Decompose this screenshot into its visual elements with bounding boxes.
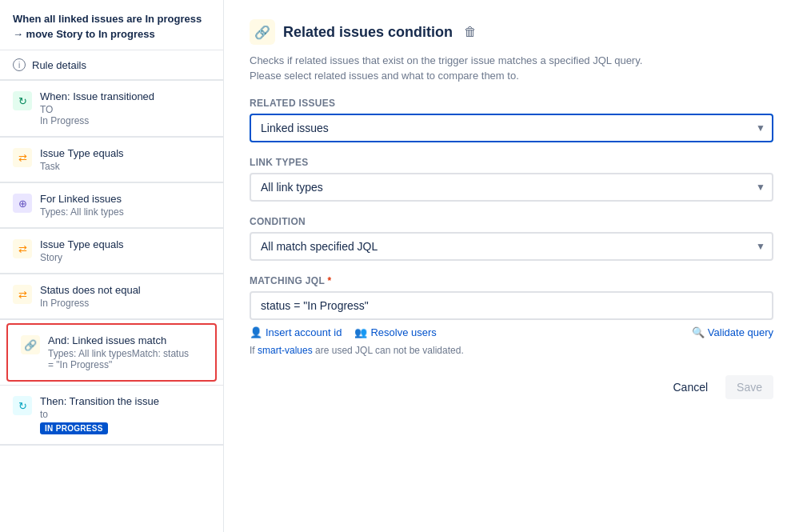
workflow-item-status-does-not-equal[interactable]: ⇄ Status does not equal In Progress bbox=[0, 274, 223, 319]
item-subtitle: Types: All link typesMatch: status= "In … bbox=[48, 348, 202, 370]
right-panel: 🔗 Related issues condition 🗑 Checks if r… bbox=[224, 0, 799, 532]
item-title: Issue Type equals bbox=[40, 147, 210, 159]
search-icon: 🔍 bbox=[692, 326, 705, 338]
item-title: For Linked issues bbox=[40, 193, 210, 205]
related-issues-select-wrapper: Linked issues All sub-tasks Parent issue… bbox=[250, 114, 773, 142]
link-types-select[interactable]: All link types Blocks Clones Duplicates … bbox=[250, 173, 773, 202]
item-subtitle: Story bbox=[40, 252, 210, 263]
item-content: When: Issue transitioned TOIn Progress bbox=[40, 90, 210, 126]
related-issues-group: Related issues Linked issues All sub-tas… bbox=[250, 98, 773, 142]
item-title: Status does not equal bbox=[40, 284, 210, 296]
panel-icon: 🔗 bbox=[250, 19, 275, 45]
item-title: When: Issue transitioned bbox=[40, 90, 210, 102]
item-icon: ⇄ bbox=[13, 148, 32, 167]
item-title: And: Linked issues match bbox=[48, 334, 202, 346]
workflow-list: ↻ When: Issue transitioned TOIn Progress… bbox=[0, 81, 223, 446]
related-issues-select[interactable]: Linked issues All sub-tasks Parent issue… bbox=[250, 114, 773, 142]
matching-jql-label: Matching JQL bbox=[250, 275, 773, 286]
workflow-item-then-transition[interactable]: ↻ Then: Transition the issue toIN PROGRE… bbox=[0, 386, 223, 445]
panel-title: Related issues condition bbox=[283, 24, 453, 41]
insert-account-id-link[interactable]: 👤 Insert account id bbox=[250, 326, 342, 338]
info-icon: i bbox=[13, 58, 26, 71]
item-content: For Linked issues Types: All link types bbox=[40, 193, 210, 218]
left-panel: When all linked issues are In progress →… bbox=[0, 0, 224, 532]
resolve-users-link[interactable]: 👥 Resolve users bbox=[354, 326, 436, 338]
resolve-users-label: Resolve users bbox=[370, 326, 436, 338]
item-content: Then: Transition the issue toIN PROGRESS bbox=[40, 395, 210, 434]
item-subtitle: TOIn Progress bbox=[40, 104, 210, 126]
item-subtitle: In Progress bbox=[40, 298, 210, 309]
condition-group: Condition All match specified JQL At lea… bbox=[250, 216, 773, 261]
form-actions: Cancel Save bbox=[250, 375, 773, 399]
item-content: Issue Type equals Story bbox=[40, 238, 210, 263]
condition-select[interactable]: All match specified JQL At least one mat… bbox=[250, 232, 773, 261]
left-header-title: When all linked issues are In progress bbox=[13, 13, 210, 25]
jql-actions: 👤 Insert account id 👥 Resolve users 🔍 Va… bbox=[250, 326, 773, 338]
item-subtitle: Task bbox=[40, 161, 210, 172]
item-icon: ⊕ bbox=[13, 194, 32, 213]
item-subtitle: toIN PROGRESS bbox=[40, 409, 210, 434]
condition-label: Condition bbox=[250, 216, 773, 227]
link-types-select-wrapper: All link types Blocks Clones Duplicates … bbox=[250, 173, 773, 202]
item-icon: ↻ bbox=[13, 396, 32, 415]
delete-icon[interactable]: 🗑 bbox=[464, 25, 477, 39]
workflow-item-for-linked-issues[interactable]: ⊕ For Linked issues Types: All link type… bbox=[0, 183, 223, 228]
insert-account-id-label: Insert account id bbox=[266, 326, 342, 338]
person-icon: 👤 bbox=[250, 326, 262, 338]
smart-values-note: If smart-values are used JQL can not be … bbox=[250, 345, 773, 356]
link-types-label: Link types bbox=[250, 157, 773, 168]
panel-description2: Please select related issues and what to… bbox=[250, 70, 773, 82]
link-types-group: Link types All link types Blocks Clones … bbox=[250, 157, 773, 202]
panel-header: 🔗 Related issues condition 🗑 bbox=[250, 19, 773, 45]
item-icon: ⇄ bbox=[13, 239, 32, 258]
matching-jql-group: Matching JQL 👤 Insert account id 👥 Resol… bbox=[250, 275, 773, 356]
users-icon: 👥 bbox=[354, 326, 367, 338]
item-icon: ↻ bbox=[13, 91, 32, 110]
item-title: Then: Transition the issue bbox=[40, 395, 210, 407]
item-content: Issue Type equals Task bbox=[40, 147, 210, 172]
item-icon: ⇄ bbox=[13, 285, 32, 304]
left-header: When all linked issues are In progress →… bbox=[0, 0, 223, 50]
condition-select-wrapper: All match specified JQL At least one mat… bbox=[250, 232, 773, 261]
validate-query-label: Validate query bbox=[708, 326, 773, 338]
save-button[interactable]: Save bbox=[725, 375, 773, 399]
rule-details-label: Rule details bbox=[32, 59, 86, 71]
left-header-subtitle: → move Story to In progress bbox=[13, 28, 210, 40]
cancel-button[interactable]: Cancel bbox=[661, 375, 719, 399]
item-icon: 🔗 bbox=[21, 335, 40, 354]
workflow-item-and-linked-issues-match[interactable]: 🔗 And: Linked issues match Types: All li… bbox=[6, 323, 217, 382]
rule-details-row[interactable]: i Rule details bbox=[0, 50, 223, 80]
item-content: And: Linked issues match Types: All link… bbox=[48, 334, 202, 370]
smart-values-link[interactable]: smart-values bbox=[258, 345, 313, 356]
validate-query-link[interactable]: 🔍 Validate query bbox=[692, 326, 773, 338]
panel-description1: Checks if related issues that exist on t… bbox=[250, 54, 773, 66]
workflow-item-when-issue-transitioned[interactable]: ↻ When: Issue transitioned TOIn Progress bbox=[0, 81, 223, 137]
workflow-item-issue-type-equals-task[interactable]: ⇄ Issue Type equals Task bbox=[0, 138, 223, 182]
matching-jql-input[interactable] bbox=[250, 291, 773, 320]
item-content: Status does not equal In Progress bbox=[40, 284, 210, 309]
workflow-item-issue-type-equals-story[interactable]: ⇄ Issue Type equals Story bbox=[0, 229, 223, 274]
item-subtitle: Types: All link types bbox=[40, 206, 210, 218]
item-title: Issue Type equals bbox=[40, 238, 210, 250]
related-issues-label: Related issues bbox=[250, 98, 773, 109]
